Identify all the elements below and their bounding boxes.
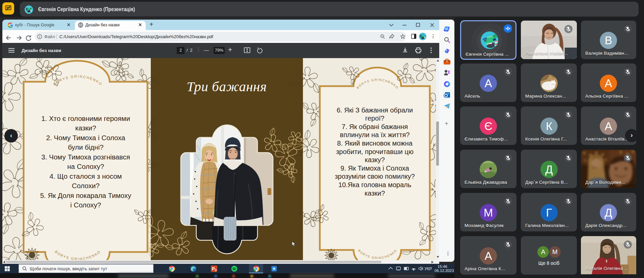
svg-text:1. Хто є головними героями: 1. Хто є головними героями — [41, 115, 130, 122]
svg-text:казку?: казку? — [365, 156, 385, 163]
svg-text:4. Що сталося з носом: 4. Що сталося з носом — [50, 172, 122, 180]
svg-text:і Солоху?: і Солоху? — [70, 201, 101, 209]
svg-text:вплинули на їх життя?: вплинули на їх життя? — [340, 131, 410, 138]
svg-text:3. Чому Тимоха розгнівався: 3. Чому Тимоха розгнівався — [41, 153, 130, 161]
svg-text:9. Як Тимоха і Солоха: 9. Як Тимоха і Солоха — [340, 165, 409, 172]
svg-text:герої?: герої? — [365, 115, 385, 122]
svg-text:8. Який висновок можна: 8. Який висновок можна — [337, 140, 413, 147]
svg-text:на Солоху?: на Солоху? — [67, 162, 104, 170]
svg-text:казки?: казки? — [365, 189, 385, 197]
svg-text:казки?: казки? — [75, 124, 96, 132]
svg-text:10.Яка головна мораль: 10.Яка головна мораль — [338, 181, 411, 188]
svg-text:зрозуміли свою помилку?: зрозуміли свою помилку? — [335, 173, 415, 180]
svg-text:були бідні?: були бідні? — [68, 143, 104, 151]
svg-text:2. Чому Тимоха і Солоха: 2. Чому Тимоха і Солоха — [46, 134, 125, 142]
svg-text:6. Які З бажання обрали: 6. Які З бажання обрали — [337, 106, 413, 114]
svg-text:Три бажання: Три бажання — [187, 79, 267, 94]
svg-text:5. Як Доля покарала Тимоху: 5. Як Доля покарала Тимоху — [40, 192, 132, 199]
svg-text:Солохи?: Солохи? — [72, 182, 100, 189]
svg-text:зробити, прочитавши цю: зробити, прочитавши цю — [336, 148, 414, 155]
svg-text:7. Як обрані бажання: 7. Як обрані бажання — [342, 123, 408, 130]
